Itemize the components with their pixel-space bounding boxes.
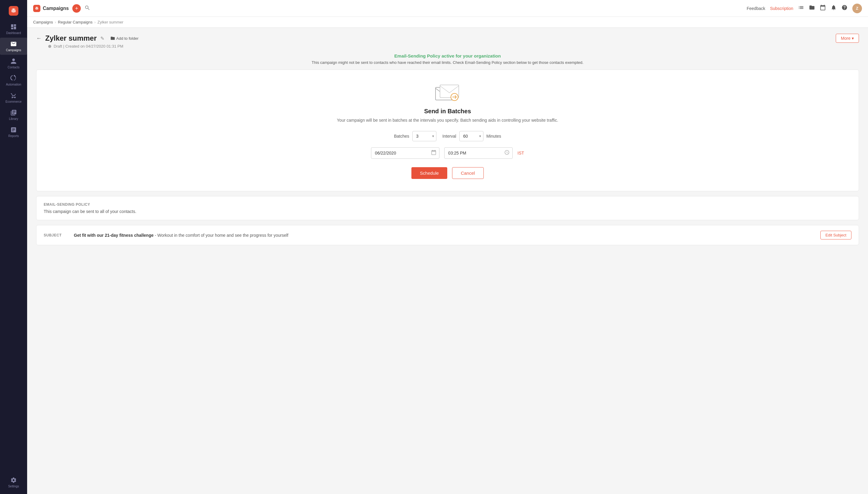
minutes-label: Minutes xyxy=(486,134,501,138)
bell-icon[interactable] xyxy=(831,4,837,12)
sidebar-logo[interactable] xyxy=(0,3,27,20)
time-field-wrapper xyxy=(444,147,513,159)
sidebar-item-automation[interactable]: Automation xyxy=(0,72,27,89)
user-avatar[interactable]: Z xyxy=(852,4,862,13)
batches-select[interactable]: 1 2 3 4 5 xyxy=(412,131,437,141)
subject-card: SUBJECT Get fit with our 21-day fitness … xyxy=(36,225,859,245)
interval-label: Interval xyxy=(442,134,456,138)
sidebar-item-contacts[interactable]: Contacts xyxy=(0,55,27,72)
email-policy-title: EMAIL-SENDING POLICY xyxy=(44,203,851,207)
more-button[interactable]: More ▾ xyxy=(836,34,859,43)
breadcrumb-regular[interactable]: Regular Campaigns xyxy=(58,20,93,24)
breadcrumb-campaigns[interactable]: Campaigns xyxy=(33,20,53,24)
add-to-folder-label: Add to folder xyxy=(116,36,138,41)
policy-banner-title: Email-Sending Policy active for your org… xyxy=(36,53,859,58)
sidebar-item-settings[interactable]: Settings xyxy=(0,474,27,491)
topbar-logo xyxy=(33,5,40,12)
add-to-folder-link[interactable]: Add to folder xyxy=(110,36,138,41)
email-policy-text: This campaign can be sent to all of your… xyxy=(44,209,851,214)
chevron-down-icon: ▾ xyxy=(852,36,854,41)
datetime-row: IST xyxy=(45,147,850,159)
date-input[interactable] xyxy=(371,147,439,159)
draft-badge xyxy=(48,45,51,48)
sidebar-item-label: Dashboard xyxy=(6,31,21,35)
interval-group: Interval 30 60 90 120 ▾ Minutes xyxy=(442,131,501,141)
date-field-wrapper xyxy=(371,147,439,159)
action-buttons: Schedule Cancel xyxy=(45,167,850,179)
sidebar-item-label: Settings xyxy=(8,484,19,488)
add-campaign-button[interactable]: + xyxy=(72,4,81,13)
breadcrumb: Campaigns › Regular Campaigns › Zylker s… xyxy=(27,17,868,28)
sidebar-item-label: Campaigns xyxy=(6,49,21,52)
breadcrumb-sep-2: › xyxy=(94,20,95,24)
calendar-icon[interactable] xyxy=(820,4,826,12)
page-header: ← Zylker summer ✎ Add to folder More ▾ xyxy=(36,34,859,43)
page-meta: Draft | Created on 04/27/2020 01:31 PM xyxy=(48,44,859,49)
sidebar-item-label: Contacts xyxy=(7,66,19,69)
content-area: ← Zylker summer ✎ Add to folder More ▾ D… xyxy=(27,28,868,494)
batch-icon xyxy=(45,82,850,103)
subject-bold: Get fit with our 21-day fitness challeng… xyxy=(74,233,154,238)
subject-rest: - Workout in the comfort of your home an… xyxy=(154,233,289,238)
breadcrumb-current: Zylker summer xyxy=(97,20,123,24)
time-input[interactable] xyxy=(444,147,513,159)
more-label: More xyxy=(841,36,851,41)
policy-banner-text: This campaign might not be sent to conta… xyxy=(36,60,859,65)
list-icon[interactable] xyxy=(798,4,804,12)
topbar: Campaigns + Feedback Subscription Z xyxy=(27,0,868,17)
topbar-right: Feedback Subscription Z xyxy=(746,4,862,13)
edit-subject-button[interactable]: Edit Subject xyxy=(820,231,851,240)
cancel-button[interactable]: Cancel xyxy=(452,167,484,179)
batch-description: Your campaign will be sent in batches at… xyxy=(45,118,850,122)
page-title: Zylker summer xyxy=(45,34,97,42)
meta-text: Draft | Created on 04/27/2020 01:31 PM xyxy=(54,44,123,49)
batches-label: Batches xyxy=(394,134,409,138)
policy-banner: Email-Sending Policy active for your org… xyxy=(36,53,859,65)
breadcrumb-sep-1: › xyxy=(55,20,56,24)
sidebar-item-label: Automation xyxy=(6,83,21,86)
sidebar-item-label: Reports xyxy=(8,134,19,138)
timezone-label[interactable]: IST xyxy=(517,151,524,155)
search-icon[interactable] xyxy=(85,5,90,12)
batch-send-card: Send in Batches Your campaign will be se… xyxy=(36,70,859,191)
app-name: Campaigns xyxy=(33,5,69,12)
sidebar: Dashboard Campaigns Contacts Automation … xyxy=(0,0,27,494)
back-button[interactable]: ← xyxy=(36,35,42,42)
schedule-button[interactable]: Schedule xyxy=(411,167,447,179)
sidebar-item-label: Ecommerce xyxy=(5,100,21,103)
feedback-link[interactable]: Feedback xyxy=(746,6,765,11)
main-area: Campaigns + Feedback Subscription Z xyxy=(27,0,868,494)
batch-title: Send in Batches xyxy=(45,108,850,115)
app-title: Campaigns xyxy=(43,6,69,11)
subscription-link[interactable]: Subscription xyxy=(770,6,793,11)
subject-content: Get fit with our 21-day fitness challeng… xyxy=(74,233,289,238)
help-icon[interactable] xyxy=(842,4,848,12)
email-policy-card: EMAIL-SENDING POLICY This campaign can b… xyxy=(36,196,859,220)
subject-label: SUBJECT xyxy=(44,233,68,238)
batches-group: Batches 1 2 3 4 5 ▾ xyxy=(394,131,437,141)
sidebar-item-ecommerce[interactable]: Ecommerce xyxy=(0,89,27,106)
sidebar-item-reports[interactable]: Reports xyxy=(0,124,27,141)
edit-title-icon[interactable]: ✎ xyxy=(100,36,104,41)
sidebar-item-label: Library xyxy=(9,117,18,120)
sidebar-item-dashboard[interactable]: Dashboard xyxy=(0,20,27,38)
sidebar-item-library[interactable]: Library xyxy=(0,106,27,124)
interval-select[interactable]: 30 60 90 120 xyxy=(459,131,483,141)
app-logo-icon xyxy=(9,6,18,16)
batch-form-row: Batches 1 2 3 4 5 ▾ Interval xyxy=(45,131,850,141)
folder-icon[interactable] xyxy=(809,4,815,12)
sidebar-item-campaigns[interactable]: Campaigns xyxy=(0,38,27,55)
